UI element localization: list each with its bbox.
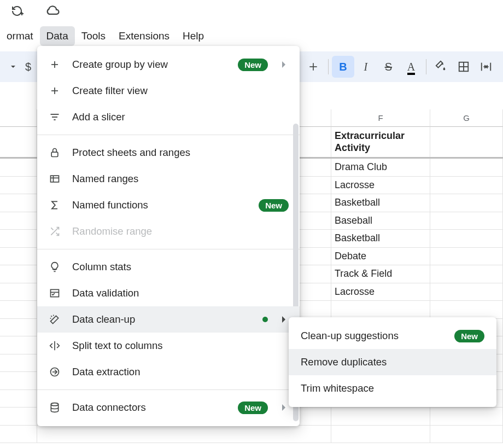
row-header[interactable] — [0, 127, 37, 157]
menu-data-cleanup[interactable]: Data clean-up — [37, 306, 300, 333]
shuffle-icon — [48, 226, 61, 237]
menu-tools[interactable]: Tools — [75, 26, 112, 46]
menu-separator — [37, 135, 300, 135]
menu-label: Remove duplicates — [301, 356, 387, 368]
submenu-arrow-icon — [282, 61, 289, 68]
menu-label: Data extraction — [72, 366, 140, 378]
svg-rect-14 — [51, 152, 58, 156]
new-badge: New — [238, 402, 268, 414]
data-menu-dropdown: Create group by view New Create filter v… — [37, 46, 300, 426]
text-color-button[interactable]: A — [400, 56, 422, 78]
menu-data-validation[interactable]: Data validation — [37, 280, 300, 306]
checklist-icon — [48, 288, 61, 299]
menu-label: Split text to columns — [72, 340, 163, 352]
corner-cell[interactable] — [0, 109, 37, 127]
fill-color-button[interactable] — [430, 56, 452, 78]
menu-split-text[interactable]: Split text to columns — [37, 333, 300, 359]
table-row — [0, 426, 503, 444]
menu-separator — [37, 249, 300, 249]
menu-format[interactable]: ormat — [0, 26, 40, 46]
menu-extensions[interactable]: Extensions — [112, 26, 176, 46]
menu-data-extraction[interactable]: Data extraction — [37, 359, 300, 385]
menu-label: Add a slicer — [72, 111, 125, 123]
indicator-dot — [262, 317, 268, 322]
menubar: ormat Data Tools Extensions Help — [0, 26, 210, 46]
lightbulb-icon — [48, 261, 61, 272]
split-icon — [48, 340, 61, 351]
database-icon — [48, 402, 61, 413]
extract-icon — [48, 366, 61, 377]
menu-data[interactable]: Data — [40, 26, 75, 46]
menu-named-functions[interactable]: Named functions New — [37, 192, 300, 218]
svg-line-20 — [51, 228, 53, 230]
menu-column-stats[interactable]: Column stats — [37, 254, 300, 280]
menu-label: Data clean-up — [72, 313, 135, 325]
menu-label: Trim whitespace — [301, 382, 374, 394]
italic-button[interactable]: I — [354, 56, 377, 78]
menu-separator — [37, 389, 300, 390]
col-header-G[interactable]: G — [430, 109, 503, 127]
plus-icon — [48, 86, 61, 96]
menu-label: Data connectors — [72, 402, 146, 414]
menu-label: Data validation — [72, 287, 139, 299]
slicer-icon — [48, 112, 61, 123]
menu-create-filter-view[interactable]: Create filter view — [37, 78, 300, 104]
new-badge: New — [454, 330, 484, 342]
named-ranges-icon — [48, 173, 61, 184]
menu-label: Randomise range — [72, 225, 152, 237]
plus-icon — [48, 60, 61, 69]
history-add-icon[interactable] — [10, 4, 24, 19]
svg-rect-15 — [51, 176, 59, 182]
bold-button[interactable]: B — [332, 56, 354, 78]
header-F[interactable]: Extracurricular Activity — [331, 127, 430, 157]
menu-data-connectors[interactable]: Data connectors New — [37, 394, 300, 421]
data-cleanup-submenu: Clean-up suggestions New Remove duplicat… — [289, 317, 496, 407]
menu-label: Named ranges — [72, 173, 138, 185]
col-header-F[interactable]: F — [331, 109, 430, 127]
submenu-remove-duplicates[interactable]: Remove duplicates — [289, 349, 496, 375]
menu-randomise-range: Randomise range — [37, 218, 300, 245]
sigma-icon — [48, 200, 61, 211]
menu-label: Protect sheets and ranges — [72, 147, 190, 159]
menu-label: Create filter view — [72, 85, 148, 97]
menu-label: Column stats — [72, 261, 131, 273]
currency-button[interactable]: $ — [17, 56, 39, 78]
borders-button[interactable] — [452, 56, 475, 78]
svg-point-26 — [51, 403, 58, 406]
insert-plus[interactable] — [302, 56, 324, 78]
menu-add-slicer[interactable]: Add a slicer — [37, 104, 300, 130]
menu-label: Named functions — [72, 199, 148, 211]
submenu-arrow-icon — [282, 316, 289, 323]
wand-icon — [48, 314, 61, 325]
menu-label: Clean-up suggestions — [301, 330, 399, 342]
toolbar-more-left[interactable] — [5, 56, 17, 78]
new-badge: New — [238, 59, 268, 71]
submenu-trim-whitespace[interactable]: Trim whitespace — [289, 375, 496, 402]
submenu-cleanup-suggestions[interactable]: Clean-up suggestions New — [289, 323, 496, 349]
strike-button[interactable]: S — [377, 56, 400, 78]
menu-protect-sheets[interactable]: Protect sheets and ranges — [37, 139, 300, 166]
lock-icon — [48, 147, 61, 158]
menu-create-group-by-view[interactable]: Create group by view New — [37, 51, 300, 78]
menu-named-ranges[interactable]: Named ranges — [37, 166, 300, 192]
cloud-icon[interactable] — [45, 5, 60, 19]
menu-help[interactable]: Help — [176, 26, 210, 46]
submenu-arrow-icon — [282, 404, 289, 411]
merge-button[interactable] — [475, 56, 498, 78]
menu-label: Create group by view — [72, 59, 168, 71]
new-badge: New — [259, 199, 289, 212]
